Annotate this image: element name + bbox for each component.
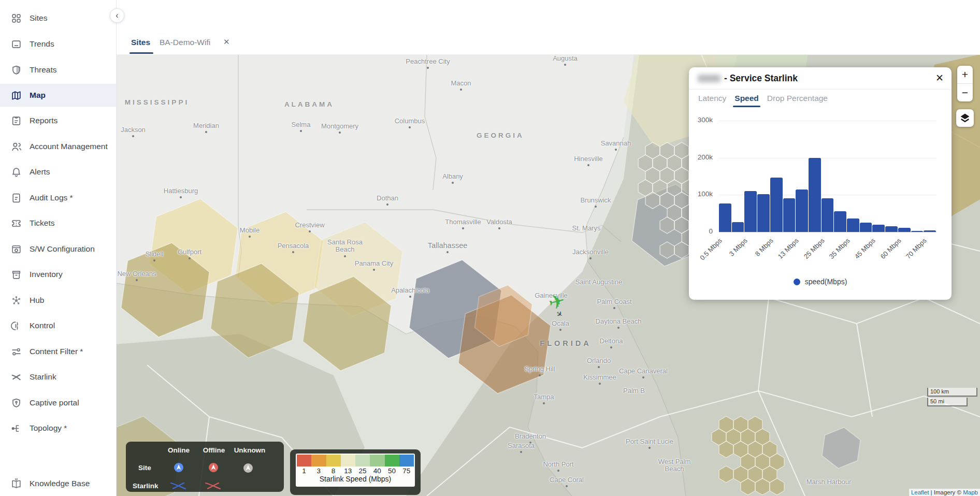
sidebar-item-map[interactable]: Map [0, 84, 116, 107]
panel-tab-drop-percentage[interactable]: Drop Percentage [767, 94, 828, 103]
shield-key-icon [11, 398, 22, 409]
city-label: Brunswick [580, 197, 611, 204]
city-label: West Palm Beach [658, 458, 691, 473]
city-label: Albany [442, 173, 463, 180]
sidebar-item-tickets[interactable]: Tickets [0, 212, 116, 235]
city-label: Santa Rosa Beach [327, 239, 363, 254]
sidebar-item-label: Account Management [30, 142, 108, 151]
state-label: ALABAMA [284, 100, 334, 108]
sidebar-item-kontrol[interactable]: Kontrol [0, 314, 116, 337]
city-label: Tallahassee [428, 242, 468, 250]
sidebar-item-knowledge-base[interactable]: Knowledge Base [0, 472, 116, 495]
sidebar-item-trends[interactable]: Trends [0, 33, 116, 55]
sidebar-item-audit-logs[interactable]: Audit Logs * [0, 186, 116, 209]
panel-title-text: - Service Starlink [724, 73, 798, 83]
city-label: Thomasville [445, 218, 481, 226]
speed-swatch-label: 1 [297, 467, 311, 475]
sidebar-item-account-management[interactable]: Account Management [0, 135, 116, 158]
gridline [719, 232, 936, 232]
sidebar-item-label: Hub [30, 296, 44, 305]
panel-title-row: - Service Starlink ✕ [689, 67, 952, 90]
monitor-icon [11, 39, 22, 50]
map-canvas[interactable]: MISSISSIPPIALABAMAGEORGIAFLORIDAJacksonM… [116, 54, 980, 496]
sidebar-item-label: Reports [30, 116, 57, 125]
sidebar-item-sites[interactable]: Sites [0, 7, 116, 30]
sidebar-item-threats[interactable]: Threats [0, 59, 116, 81]
speed-swatch [355, 455, 370, 466]
leaflet-link[interactable]: Leaflet [911, 489, 929, 495]
tab-sites[interactable]: Sites [131, 38, 150, 47]
map-icon [11, 90, 22, 101]
sidebar-collapse-button[interactable]: ‹ [110, 8, 124, 23]
sidebar-item-topology[interactable]: Topology * [0, 417, 116, 440]
sidebar-item-label: Captive portal [30, 398, 79, 407]
city-dot [309, 230, 311, 232]
city-dot [205, 131, 207, 133]
panel-close-icon[interactable]: ✕ [935, 72, 944, 84]
city-label: Peachtree City [406, 58, 450, 65]
zoom-out-button[interactable]: − [957, 83, 973, 101]
histogram-bar [822, 198, 834, 232]
starlink-speed-legend: 1381325405075 Starlink Speed (Mbps) [290, 449, 421, 495]
sidebar-item-label: Content Filter * [30, 347, 83, 356]
map-layers-button[interactable] [956, 109, 974, 127]
city-dot [539, 374, 541, 376]
sidebar-item-label: Audit Logs * [30, 193, 73, 202]
city-label: North Port [543, 461, 573, 468]
histogram-bar [898, 228, 911, 232]
map-attribution: Leaflet | Imagery © Mapb [909, 489, 980, 496]
panel-tab-latency[interactable]: Latency [698, 94, 726, 103]
city-dot [498, 227, 500, 229]
city-dot [617, 327, 619, 329]
sidebar-item-label: Knowledge Base [30, 479, 90, 488]
city-label: Cape Coral [550, 476, 584, 484]
zoom-in-button[interactable]: + [957, 66, 973, 83]
city-label: Ocala [552, 320, 569, 327]
city-dot [520, 451, 522, 453]
legend-row-site: Site [138, 464, 151, 472]
city-label: Deltona [600, 338, 623, 345]
city-label: Pensacola [278, 242, 309, 250]
city-label: Panama City [355, 260, 393, 267]
city-label: Gulfport [178, 249, 201, 256]
city-label: Sarasota [508, 442, 535, 449]
tab-close-icon[interactable]: ✕ [223, 37, 230, 47]
speed-swatch-label: 25 [355, 467, 370, 475]
starlink-icon [11, 372, 22, 383]
y-axis-tick-label: 200k [689, 153, 713, 161]
sidebar-item-starlink[interactable]: Starlink [0, 366, 116, 388]
city-label: New Orleans [117, 270, 156, 278]
tab-ba-demo-wifi[interactable]: BA-Demo-Wifi [160, 38, 210, 47]
city-dot [589, 257, 592, 259]
histogram-bar [809, 158, 821, 232]
city-dot [300, 130, 302, 132]
sidebar-item-s-w-configuration[interactable]: S/W Configuration [0, 238, 116, 260]
sidebar-item-inventory[interactable]: Inventory [0, 263, 116, 286]
sidebar-item-label: Inventory [30, 270, 63, 279]
city-label: Savannah [601, 140, 631, 147]
city-label: Slidell [146, 251, 164, 258]
panel-tab-speed[interactable]: Speed [734, 94, 759, 103]
city-dot [557, 470, 559, 472]
speed-swatch [341, 455, 355, 466]
speed-swatch [385, 455, 399, 466]
y-axis-tick-label: 300k [689, 116, 713, 124]
site-offline-icon [209, 463, 219, 473]
map-zoom-control: + − [957, 66, 973, 101]
speed-swatch [326, 455, 341, 466]
city-dot [189, 257, 191, 259]
city-label: Mobile [240, 227, 260, 234]
speed-labels: 1381325405075 [297, 467, 414, 475]
speed-swatch [297, 455, 311, 466]
imagery-link[interactable]: Mapb [963, 489, 978, 495]
sidebar-item-hub[interactable]: Hub [0, 289, 116, 312]
legend-header-online: Online [168, 446, 190, 454]
city-dot [427, 67, 429, 69]
speed-legend-title: Starlink Speed (Mbps) [297, 475, 414, 483]
sidebar-item-alerts[interactable]: Alerts [0, 161, 116, 183]
sidebar-item-reports[interactable]: Reports [0, 109, 116, 132]
sidebar-item-captive-portal[interactable]: Captive portal [0, 391, 116, 414]
city-dot [409, 296, 411, 298]
ticket-icon [11, 218, 22, 229]
sidebar-item-content-filter[interactable]: Content Filter * [0, 340, 116, 363]
